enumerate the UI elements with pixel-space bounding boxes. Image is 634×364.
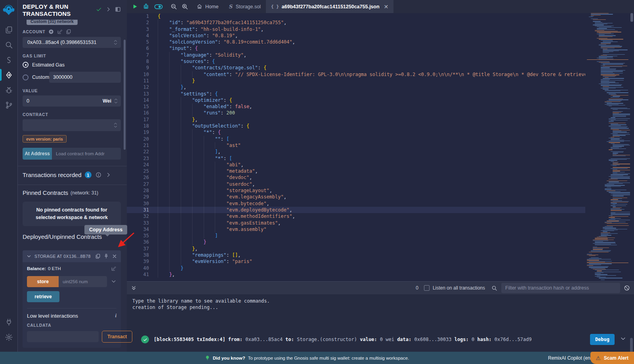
code-line[interactable]: 9"contracts/Storage.sol": { bbox=[127, 65, 585, 71]
estimated-gas-option[interactable]: Estimated Gas bbox=[23, 62, 121, 68]
code-line[interactable]: 8"sources": { bbox=[127, 58, 585, 65]
info-icon[interactable] bbox=[95, 172, 101, 178]
copilot-toggle-icon[interactable] bbox=[154, 4, 163, 10]
expand-args-icon[interactable] bbox=[111, 279, 116, 284]
clear-filter-icon[interactable] bbox=[624, 285, 630, 291]
git-icon[interactable] bbox=[0, 97, 18, 112]
code-line[interactable]: 2"id": "a69b43f277ba20fcac141151250ca755… bbox=[127, 19, 585, 26]
code-line[interactable]: 39"evmVersion": "paris" bbox=[127, 258, 585, 265]
chevron-right-icon[interactable] bbox=[105, 172, 111, 178]
panel-scrollbar[interactable] bbox=[124, 40, 126, 150]
code-line[interactable]: 1{ bbox=[127, 13, 585, 19]
code-line[interactable]: 23"*": [ bbox=[127, 155, 585, 162]
tab-json-file[interactable]: { } a69b43f277ba20fcac141151250ca755.jso… bbox=[266, 0, 393, 13]
code-line[interactable]: 41}, bbox=[127, 271, 585, 278]
remix-logo-icon[interactable] bbox=[2, 3, 15, 17]
edit-account-icon[interactable] bbox=[57, 29, 63, 34]
solidity-compiler-icon[interactable] bbox=[0, 52, 18, 67]
code-line[interactable]: 35] bbox=[127, 233, 585, 239]
code-line[interactable]: 21"ast" bbox=[127, 142, 585, 149]
expand-tx-icon[interactable] bbox=[620, 336, 626, 343]
code-line[interactable]: 26"devdoc", bbox=[127, 174, 585, 181]
transaction-log-row[interactable]: [block:5583405 txIndex:4] from: 0xa03...… bbox=[141, 334, 626, 345]
at-address-button[interactable]: At Address bbox=[23, 148, 52, 160]
debugger-icon[interactable] bbox=[0, 82, 18, 97]
debug-button[interactable]: Debug bbox=[590, 334, 615, 345]
listen-checkbox[interactable] bbox=[424, 285, 430, 291]
edit-balance-icon[interactable] bbox=[111, 266, 116, 271]
plugin-manager-icon[interactable] bbox=[0, 314, 18, 330]
estimated-gas-radio[interactable] bbox=[23, 62, 29, 68]
zoom-out-icon[interactable] bbox=[170, 3, 177, 10]
chevron-down-icon[interactable] bbox=[26, 253, 32, 259]
code-line[interactable]: 10"content": "// SPDX-License-Identifier… bbox=[127, 71, 585, 78]
custom-gas-input[interactable] bbox=[49, 72, 121, 83]
code-line[interactable]: 4"solcVersion": "0.8.19", bbox=[127, 32, 585, 39]
code-line[interactable]: 28"storageLayout", bbox=[127, 187, 585, 194]
code-area[interactable]: 1{2"id": "a69b43f277ba20fcac141151250ca7… bbox=[127, 13, 585, 281]
code-line[interactable]: 37}, bbox=[127, 246, 585, 252]
add-account-icon[interactable] bbox=[48, 29, 54, 34]
code-line[interactable]: 20"": [ bbox=[127, 136, 585, 142]
account-select[interactable]: 0xA03...85ac4 (0.39866531531 bbox=[23, 37, 121, 48]
value-unit-select[interactable]: Wei bbox=[103, 98, 114, 104]
close-tab-icon[interactable]: ✕ bbox=[384, 4, 389, 10]
code-line[interactable]: 38"remappings": [], bbox=[127, 252, 585, 258]
home-tab[interactable]: Home bbox=[197, 4, 218, 10]
file-explorer-icon[interactable] bbox=[0, 22, 18, 37]
retrieve-button[interactable]: retrieve bbox=[27, 291, 59, 302]
copy-address-icon[interactable] bbox=[95, 253, 101, 259]
code-line[interactable]: 13"settings": { bbox=[127, 91, 585, 97]
copy-account-icon[interactable] bbox=[66, 29, 71, 34]
code-line[interactable]: 36} bbox=[127, 239, 585, 245]
transact-button[interactable]: Transact bbox=[102, 331, 132, 343]
remove-contract-icon[interactable] bbox=[112, 253, 117, 259]
collapse-panel-icon[interactable] bbox=[105, 6, 111, 12]
code-line[interactable]: 25"metadata", bbox=[127, 168, 585, 174]
collapse-terminal-icon[interactable] bbox=[131, 285, 137, 291]
code-line[interactable]: 34"evm.assembly" bbox=[127, 226, 585, 233]
code-line[interactable]: 14"optimizer": { bbox=[127, 97, 585, 103]
code-line[interactable]: 27"userdoc", bbox=[127, 181, 585, 187]
code-line[interactable]: 33"evm.gasEstimates", bbox=[127, 220, 585, 226]
code-line[interactable]: 11} bbox=[127, 78, 585, 84]
store-button[interactable]: store bbox=[27, 276, 59, 287]
search-icon[interactable] bbox=[0, 37, 18, 52]
pin-contract-icon[interactable] bbox=[103, 253, 109, 259]
minimap[interactable] bbox=[585, 13, 630, 281]
deploy-run-icon[interactable] bbox=[0, 67, 18, 82]
code-line[interactable]: 30"evm.bytecode", bbox=[127, 200, 585, 207]
store-arg-input[interactable] bbox=[59, 276, 107, 287]
code-line[interactable]: 6"input": { bbox=[127, 45, 585, 51]
at-address-input[interactable] bbox=[52, 148, 121, 160]
code-line[interactable]: 24"abi", bbox=[127, 162, 585, 168]
code-line[interactable]: 17}, bbox=[127, 116, 585, 123]
contract-select[interactable] bbox=[23, 119, 121, 131]
calldata-input[interactable] bbox=[27, 331, 99, 342]
code-line[interactable]: 7"language": "Solidity", bbox=[127, 52, 585, 58]
tab-storage-sol[interactable]: S Storage.sol bbox=[224, 0, 266, 13]
code-line[interactable]: 19"*": { bbox=[127, 129, 585, 135]
custom-gas-radio[interactable] bbox=[23, 74, 29, 80]
filter-input[interactable] bbox=[501, 283, 620, 293]
settings-icon[interactable] bbox=[0, 330, 18, 345]
run-script-icon[interactable] bbox=[132, 4, 138, 10]
ai-assistant-icon[interactable] bbox=[142, 3, 150, 10]
code-line[interactable]: 40} bbox=[127, 265, 585, 271]
code-line[interactable]: 16"runs": 200 bbox=[127, 110, 585, 116]
code-line[interactable]: 32"evm.methodIdentifiers", bbox=[127, 213, 585, 219]
code-line[interactable]: 5"solcLongVersion": "0.8.19+commit.7dd6d… bbox=[127, 39, 585, 45]
code-line[interactable]: 3"_format": "hh-sol-build-info-1", bbox=[127, 26, 585, 32]
code-line[interactable]: 15"enabled": false, bbox=[127, 103, 585, 110]
code-line[interactable]: 18"outputSelection": { bbox=[127, 123, 585, 129]
scam-alert-button[interactable]: ⚠ Scam Alert bbox=[590, 352, 634, 364]
code-line[interactable]: 22], bbox=[127, 149, 585, 155]
zoom-in-icon[interactable] bbox=[181, 3, 188, 10]
pin-panel-icon[interactable] bbox=[115, 6, 121, 12]
terminal-output[interactable]: Type the library name to see available c… bbox=[127, 294, 634, 311]
code-line[interactable]: 31"evm.deployedBytecode", bbox=[127, 207, 585, 213]
code-line[interactable]: 29"evm.legacyAssembly", bbox=[127, 194, 585, 200]
code-line[interactable]: 12}, bbox=[127, 84, 585, 90]
editor-scrollbar[interactable] bbox=[630, 13, 633, 281]
value-input[interactable] bbox=[23, 95, 103, 107]
